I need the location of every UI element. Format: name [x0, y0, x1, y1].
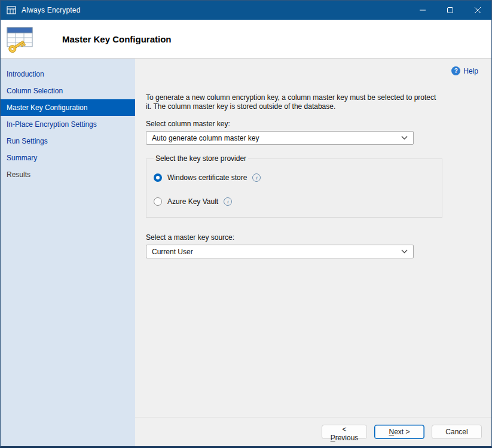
master-key-source-select[interactable]: Current User	[146, 245, 414, 258]
windows-certificate-store-label: Windows certificate store	[167, 173, 247, 182]
radio-selected-icon[interactable]	[154, 173, 162, 182]
sidebar-item-results: Results	[1, 166, 135, 183]
sidebar-item-master-key-configuration[interactable]: Master Key Configuration	[1, 99, 135, 116]
chevron-down-icon	[401, 136, 408, 140]
master-key-source-value: Current User	[152, 248, 193, 256]
minimize-icon	[420, 7, 426, 13]
previous-button[interactable]: < Previous	[322, 425, 367, 439]
always-encrypted-window: Always Encrypted	[0, 0, 492, 448]
radio-azure-key-vault[interactable]: Azure Key Vault i	[154, 196, 435, 208]
column-master-key-value: Auto generate column master key	[152, 134, 259, 142]
cancel-button[interactable]: Cancel	[432, 425, 482, 439]
description-text: To generate a new column encryption key,…	[146, 93, 463, 111]
minimize-button[interactable]	[409, 1, 436, 20]
wizard-header: Master Key Configuration	[1, 20, 491, 59]
close-icon	[475, 7, 481, 13]
key-store-provider-legend: Select the key store provider	[154, 154, 248, 163]
sidebar-item-introduction[interactable]: Introduction	[1, 66, 135, 83]
info-icon[interactable]: i	[252, 173, 261, 182]
wizard-steps-sidebar: Introduction Column Selection Master Key…	[1, 59, 135, 446]
table-key-icon	[5, 25, 36, 53]
help-link[interactable]: ? Help	[451, 66, 478, 75]
titlebar: Always Encrypted	[1, 1, 491, 20]
maximize-icon	[447, 7, 453, 13]
radio-unselected-icon[interactable]	[154, 197, 162, 206]
window-controls	[409, 1, 491, 20]
master-key-configuration-page: ? Help To generate a new column encrypti…	[135, 59, 491, 446]
azure-key-vault-label: Azure Key Vault	[167, 197, 218, 206]
sidebar-item-in-place-encryption-settings[interactable]: In-Place Encryption Settings	[1, 116, 135, 133]
help-label: Help	[463, 67, 478, 75]
info-icon[interactable]: i	[224, 197, 232, 206]
radio-windows-certificate-store[interactable]: Windows certificate store i	[154, 172, 435, 184]
column-master-key-select[interactable]: Auto generate column master key	[146, 131, 414, 145]
close-button[interactable]	[464, 1, 491, 20]
maximize-button[interactable]	[436, 1, 464, 20]
master-key-source-label: Select a master key source:	[146, 233, 491, 242]
next-button[interactable]: Next >	[374, 425, 424, 439]
sidebar-item-column-selection[interactable]: Column Selection	[1, 83, 135, 99]
app-icon	[7, 5, 16, 15]
chevron-down-icon	[401, 249, 408, 254]
sidebar-item-summary[interactable]: Summary	[1, 150, 135, 166]
window-title: Always Encrypted	[22, 6, 81, 14]
help-icon: ?	[451, 66, 460, 75]
sidebar-item-run-settings[interactable]: Run Settings	[1, 133, 135, 150]
page-title: Master Key Configuration	[62, 34, 172, 44]
wizard-footer: < Previous Next > Cancel	[135, 417, 491, 446]
key-store-provider-group: Select the key store provider Windows ce…	[146, 154, 442, 218]
column-master-key-label: Select column master key:	[146, 120, 491, 128]
